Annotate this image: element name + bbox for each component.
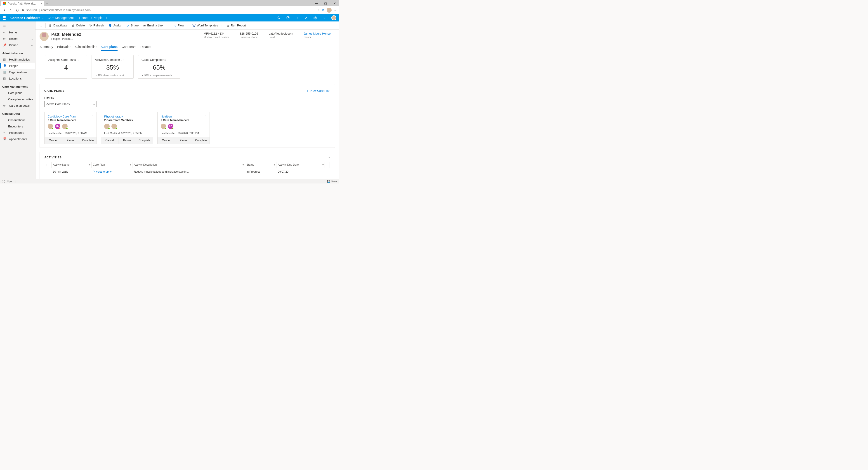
sidebar-item-recent[interactable]: ◷Recent⌵ <box>0 35 35 42</box>
tab-related[interactable]: Related <box>141 43 151 51</box>
app-launcher-icon[interactable] <box>3 16 6 20</box>
activities-more-icon[interactable]: ··· <box>327 156 330 159</box>
filter-icon[interactable]: ▾ <box>130 163 131 166</box>
complete-button[interactable]: Complete <box>79 137 96 144</box>
tab-care-plans[interactable]: Care plans <box>101 43 118 51</box>
col-care-plan[interactable]: Care Plan▾ <box>92 162 132 168</box>
help-icon[interactable]: ? <box>322 16 327 20</box>
col-activity-desc[interactable]: Activity Description▾ <box>133 162 245 168</box>
filter-icon[interactable]: ▾ <box>322 163 324 166</box>
member-avatar[interactable] <box>48 124 53 129</box>
refresh-button[interactable] <box>14 7 20 13</box>
filter-icon[interactable]: ▾ <box>89 163 90 166</box>
tab-clinical-timeline[interactable]: Clinical timeline <box>75 43 97 51</box>
user-avatar[interactable] <box>331 15 336 20</box>
sidebar-item-organizations[interactable]: 🏢Organizations <box>0 69 35 75</box>
owner-link[interactable]: James Maury Henson <box>304 32 332 35</box>
tab-care-team[interactable]: Care team <box>122 43 136 51</box>
member-avatar[interactable] <box>62 124 68 129</box>
record-subtitle[interactable]: People · Patient ⌵ <box>51 37 81 40</box>
brand-chevron-icon[interactable]: ⌵ <box>41 16 43 20</box>
extension-icon[interactable]: ⧉ <box>322 8 324 12</box>
app-area[interactable]: Care Management <box>48 16 74 20</box>
cancel-button[interactable]: Cancel <box>44 137 62 144</box>
card-more-icon[interactable]: ··· <box>148 114 151 117</box>
maximize-button[interactable]: ▢ <box>321 0 330 6</box>
status-open[interactable]: Open <box>7 180 13 183</box>
brand-name[interactable]: Contoso Healthcare <box>10 16 40 20</box>
cmd-flow[interactable]: ∿Flow⌵ <box>172 22 190 29</box>
table-row[interactable]: 30 min Walk Physiotheraphy Reduce muscle… <box>45 168 330 175</box>
task-icon[interactable] <box>286 16 290 20</box>
sidebar-item-appointments[interactable]: 📅Appointments <box>0 136 35 142</box>
care-plan-title-link[interactable]: Physiotherapy <box>104 115 150 118</box>
card-more-icon[interactable]: ··· <box>91 114 94 117</box>
sidebar-item-observations[interactable]: Observations <box>0 117 35 123</box>
sidebar-item-care-plans[interactable]: Care plans <box>0 90 35 96</box>
filter-icon[interactable]: ▾ <box>274 163 275 166</box>
sidebar-item-pinned[interactable]: 📌Pinned⌵ <box>0 42 35 48</box>
care-plan-title-link[interactable]: Nutrition <box>161 115 206 118</box>
col-due[interactable]: Activity Due Date▾ <box>277 162 325 168</box>
cmd-email-link[interactable]: ✉Email a Link <box>141 22 165 29</box>
breadcrumb-home[interactable]: Home <box>79 16 88 20</box>
filter-icon[interactable] <box>304 16 308 20</box>
select-all-checkbox[interactable]: ✓ <box>45 162 52 168</box>
browser-tab[interactable]: People: Patti Melendez × <box>1 1 44 6</box>
member-avatar[interactable]: CD <box>168 124 174 129</box>
cmd-share[interactable]: ↗Share <box>125 22 141 29</box>
cell-care-plan-link[interactable]: Physiotheraphy <box>92 168 132 175</box>
add-icon[interactable]: ＋ <box>295 16 299 20</box>
col-activity-name[interactable]: Activity Name▾ <box>52 162 92 168</box>
complete-button[interactable]: Complete <box>192 137 210 144</box>
close-window-button[interactable]: ✕ <box>330 0 339 6</box>
complete-button[interactable]: Complete <box>136 137 153 144</box>
cancel-button[interactable]: Cancel <box>158 137 175 144</box>
care-plan-title-link[interactable]: Cardiology Care Plan <box>48 115 93 118</box>
sidebar-item-home[interactable]: ⌂Home <box>0 29 35 35</box>
col-status[interactable]: Status▾ <box>246 162 276 168</box>
url-display[interactable]: Secured | contosohealthcare.crm.dynamics… <box>22 8 91 12</box>
cmd-refresh[interactable]: ↻Refresh <box>88 22 105 29</box>
filter-icon[interactable]: ▾ <box>243 163 244 166</box>
cmd-deactivate[interactable]: 🗎Deactivate <box>47 22 69 29</box>
info-icon[interactable]: ⓘ <box>76 59 79 61</box>
close-tab-icon[interactable]: × <box>41 2 42 5</box>
minimize-button[interactable]: — <box>312 0 321 6</box>
browser-profile-avatar[interactable] <box>327 8 332 13</box>
search-icon[interactable] <box>277 16 281 20</box>
sidebar-item-health-analytics[interactable]: ▥Health analytics <box>0 56 35 63</box>
hamburger-icon[interactable]: ☰ <box>0 22 35 29</box>
member-avatar[interactable] <box>104 124 110 129</box>
breadcrumb-people[interactable]: People <box>93 16 103 20</box>
record-set-icon[interactable]: ◷ <box>38 22 44 29</box>
cmd-email-link-chevron[interactable]: ⌵ <box>166 22 171 29</box>
member-avatar[interactable]: MK <box>55 124 60 129</box>
back-button[interactable] <box>1 7 8 13</box>
settings-icon[interactable] <box>313 16 317 20</box>
cmd-run-report[interactable]: ▦Run Report⌵ <box>225 22 252 29</box>
save-button[interactable]: Save <box>331 180 337 183</box>
row-more-icon[interactable]: ··· <box>325 168 330 175</box>
browser-more-icon[interactable]: ··· <box>334 8 338 12</box>
cmd-delete[interactable]: 🗑Delete <box>70 22 87 29</box>
popout-icon[interactable]: ⛶ <box>2 180 5 183</box>
sidebar-item-people[interactable]: 👤People <box>0 63 35 69</box>
save-icon[interactable]: 💾 <box>327 180 330 183</box>
cmd-word-templates[interactable]: WWord Templates⌵ <box>191 22 224 29</box>
pause-button[interactable]: Pause <box>175 137 192 144</box>
sidebar-item-care-plan-activities[interactable]: Care plan activities <box>0 96 35 102</box>
cmd-assign[interactable]: 👤Assign <box>106 22 124 29</box>
sidebar-item-procedures[interactable]: ✎Procedures <box>0 129 35 136</box>
info-icon[interactable]: ⓘ <box>163 59 166 61</box>
member-avatar[interactable] <box>161 124 166 129</box>
new-care-plan-button[interactable]: ＋New Care Plan <box>306 88 330 93</box>
sidebar-item-care-plan-goals[interactable]: ◎Care plan goals <box>0 102 35 109</box>
info-icon[interactable]: ⓘ <box>121 59 123 61</box>
sidebar-item-locations[interactable]: ▤Locations <box>0 75 35 82</box>
tab-summary[interactable]: Summary <box>39 43 53 51</box>
forward-button[interactable] <box>8 7 14 13</box>
new-tab-button[interactable]: ＋ <box>44 1 50 6</box>
filter-select[interactable]: Active Care Plans ⌵ <box>44 101 97 107</box>
cancel-button[interactable]: Cancel <box>101 137 119 144</box>
